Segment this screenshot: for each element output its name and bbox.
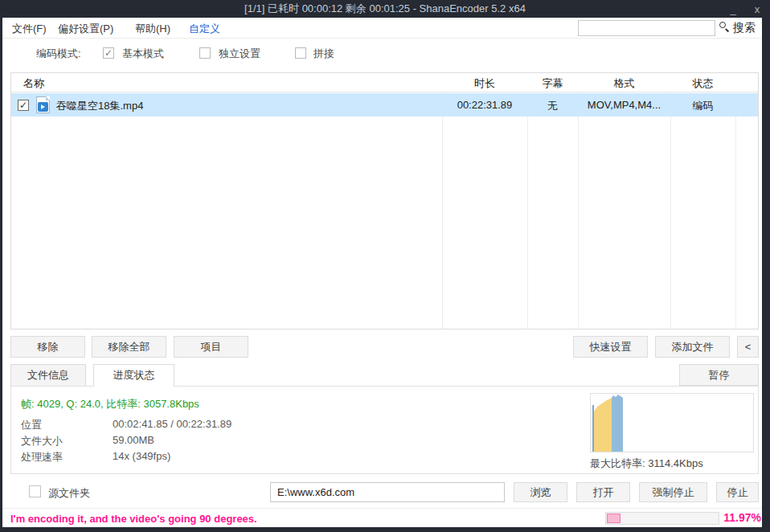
max-bitrate-label: 最大比特率: 3114.4Kbps [590, 456, 703, 471]
bitrate-chart [590, 393, 754, 452]
add-files-button[interactable]: 添加文件 [655, 336, 730, 358]
window-content: 文件(F) 偏好设置(P) 帮助(H) 自定义 搜索 编码模式: 基本模式 独立… [2, 18, 762, 527]
close-button[interactable]: x [751, 3, 764, 15]
table-row[interactable]: 吞噬星空18集.mp4 00:22:31.89 无 MOV,MP4,M4... … [11, 93, 758, 117]
pause-button[interactable]: 暂停 [679, 364, 759, 386]
title-bar[interactable]: [1/1] 已耗时 00:00:12 剩余 00:01:25 - ShanaEn… [0, 0, 770, 18]
label-basic-mode[interactable]: 基本模式 [122, 47, 164, 61]
menu-bar: 文件(F) 偏好设置(P) 帮助(H) 自定义 搜索 [2, 18, 762, 39]
encode-mode-label: 编码模式: [36, 47, 81, 61]
browse-button[interactable]: 浏览 [514, 482, 567, 502]
menu-help[interactable]: 帮助(H) [135, 22, 170, 36]
checkbox-concat[interactable] [295, 47, 306, 59]
column-header-status[interactable]: 状态 [670, 76, 735, 91]
encode-stats-line: 帧: 4029, Q: 24.0, 比特率: 3057.8Kbps [21, 397, 199, 411]
position-label: 位置 [21, 418, 42, 432]
status-progress-fill [607, 514, 621, 523]
collapse-button[interactable]: < [737, 336, 759, 358]
row-checkbox[interactable] [18, 100, 29, 111]
progress-panel: 帧: 4029, Q: 24.0, 比特率: 3057.8Kbps 位置 00:… [10, 386, 759, 474]
status-percent: 11.97% [717, 511, 761, 524]
status-progress-bar [605, 512, 719, 525]
speed-label: 处理速率 [21, 450, 63, 464]
encode-mode-bar: 编码模式: 基本模式 独立设置 拼接 [2, 39, 762, 71]
column-header-subtitle[interactable]: 字幕 [527, 76, 578, 91]
project-button[interactable]: 项目 [174, 336, 248, 358]
tab-file-info[interactable]: 文件信息 [10, 364, 86, 387]
app-window: [1/1] 已耗时 00:00:12 剩余 00:01:25 - ShanaEn… [0, 0, 770, 532]
remove-all-button[interactable]: 移除全部 [92, 336, 166, 358]
search-label[interactable]: 搜索 [733, 21, 756, 35]
speed-value: 14x (349fps) [113, 450, 170, 462]
column-header-name[interactable]: 名称 [23, 76, 44, 91]
table-header: 名称 时长 字幕 格式 状态 [11, 73, 758, 92]
menu-file[interactable]: 文件(F) [12, 22, 47, 36]
open-button[interactable]: 打开 [576, 482, 630, 502]
cell-format: MOV,MP4,M4... [578, 99, 670, 111]
column-header-duration[interactable]: 时长 [442, 76, 527, 91]
quick-settings-button[interactable]: 快速设置 [573, 336, 648, 358]
checkbox-basic-mode[interactable] [103, 47, 114, 59]
cell-file-name: 吞噬星空18集.mp4 [56, 99, 143, 113]
checkbox-independent-settings[interactable] [199, 47, 211, 59]
source-folder-label: 源文件夹 [48, 486, 90, 501]
source-folder-checkbox[interactable] [29, 485, 41, 497]
cell-subtitle: 无 [527, 99, 578, 113]
bitrate-chart-graph [591, 394, 753, 452]
video-file-icon [36, 96, 50, 113]
file-size-value: 59.00MB [113, 434, 154, 446]
output-path-input[interactable] [270, 482, 505, 502]
search-input[interactable] [578, 20, 715, 36]
menu-custom[interactable]: 自定义 [189, 22, 220, 36]
tab-progress-status[interactable]: 进度状态 [93, 364, 174, 387]
menu-preferences[interactable]: 偏好设置(P) [58, 22, 113, 36]
search-icon[interactable] [719, 22, 730, 32]
stop-button[interactable]: 停止 [716, 482, 759, 502]
column-header-format[interactable]: 格式 [578, 76, 670, 91]
cell-status: 编码 [670, 99, 735, 113]
status-bar: I'm encoding it, and the video's going 9… [2, 508, 762, 527]
remove-button[interactable]: 移除 [10, 336, 85, 358]
label-independent-settings[interactable]: 独立设置 [219, 47, 260, 61]
file-size-label: 文件大小 [21, 434, 63, 448]
cell-duration: 00:22:31.89 [442, 99, 527, 111]
force-stop-button[interactable]: 强制停止 [639, 482, 707, 502]
minimize-button[interactable]: _ [727, 3, 739, 15]
status-message: I'm encoding it, and the video's going 9… [10, 513, 257, 525]
window-title: [1/1] 已耗时 00:00:12 剩余 00:01:25 - ShanaEn… [244, 2, 526, 16]
file-table: 名称 时长 字幕 格式 状态 吞噬星空18集.mp4 00:22:31.89 无… [10, 72, 759, 329]
label-concat[interactable]: 拼接 [313, 47, 334, 61]
position-value: 00:02:41.85 / 00:22:31.89 [113, 418, 231, 430]
